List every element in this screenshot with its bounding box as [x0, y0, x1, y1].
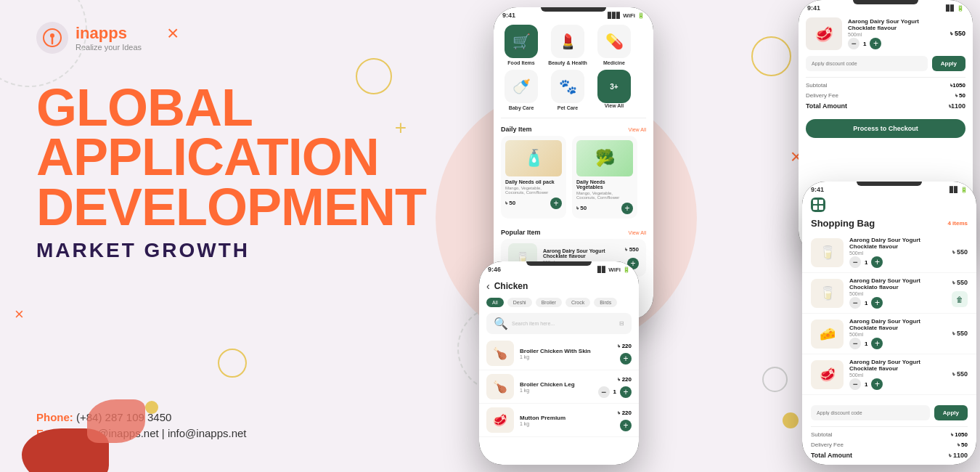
bag-item-3[interactable]: 🧀 Aarong Dairy Sour Yogurt Chocklate fla…: [802, 314, 976, 354]
divider-1: [501, 118, 646, 118]
daily-item-2[interactable]: 🥦 Daily Needs Vegetables Mango, Vegetabl…: [572, 136, 637, 219]
chicken-info-3: Mutton Premium 1 kg: [520, 415, 612, 426]
delivery-value-top: ৳ 50: [955, 92, 965, 99]
cat-view-all[interactable]: 3+ View All: [594, 70, 634, 110]
search-bar[interactable]: 🔍 Search item here... ⊟: [486, 313, 632, 334]
tab-broiler[interactable]: Broiler: [536, 298, 562, 307]
daily-items-row: 🧴 Daily Needs oil pack Mango, Vegetable,…: [494, 136, 653, 224]
delivery-row-top: Delivery Fee ৳ 50: [806, 92, 965, 99]
tab-deshi[interactable]: Deshi: [507, 298, 532, 307]
daily-view-all[interactable]: View All: [629, 127, 646, 132]
discount-input-top[interactable]: [806, 56, 928, 71]
headline-line3: DEVELOPMENT: [36, 182, 414, 232]
chicken-item-2[interactable]: 🍗 Broiler Chicken Leg 1 kg ৳ 220 − 1 +: [479, 370, 639, 404]
chicken-page-title: Chicken: [494, 281, 528, 291]
chicken-item-1[interactable]: 🍗 Broiler Chicken With Skin 1 kg ৳ 220 +: [479, 337, 639, 370]
food-icon: 🛒: [505, 25, 538, 58]
apply-button-top[interactable]: Apply: [932, 56, 965, 71]
chicken-item-3[interactable]: 🥩 Mutton Premium 1 kg ৳ 220 +: [479, 404, 639, 437]
item1-add-btn[interactable]: +: [550, 198, 562, 209]
bag-minus-4[interactable]: −: [849, 378, 861, 390]
chicken-add-1[interactable]: +: [620, 353, 632, 365]
qty-plus-1[interactable]: +: [870, 38, 881, 49]
apply-button-bag[interactable]: Apply: [934, 405, 968, 420]
chicken-weight-3: 1 kg: [520, 421, 612, 426]
bag-plus-3[interactable]: +: [871, 338, 883, 349]
phone-value: (+84) 287 109 3450: [76, 411, 171, 423]
headline-subheading: MARKET GROWTH: [36, 239, 414, 262]
cat-baby[interactable]: 🍼 Baby Care: [501, 70, 542, 110]
headline-line1: GLOBAL: [36, 83, 414, 132]
cat-beauty[interactable]: 💄 Beauty & Health: [547, 25, 588, 65]
bag-info-2: Aarong Dairy Sour Yogurt Chocklato flavo…: [849, 277, 946, 309]
cat-food-items[interactable]: 🛒 Food Items: [501, 25, 542, 65]
qty-minus-1[interactable]: −: [848, 38, 859, 49]
delete-btn-2[interactable]: 🗑: [952, 291, 968, 307]
headline: GLOBAL APPLICATION DEVELOPMENT MARKET GR…: [36, 83, 414, 262]
bag-sub-1: 500ml: [849, 251, 947, 256]
cat-pet[interactable]: 🐾 Pet Care: [547, 70, 588, 110]
delivery-row-bag: Delivery Fee ৳ 50: [811, 442, 968, 449]
category-row-1: 🛒 Food Items 💄 Beauty & Health 💊 Medicin…: [494, 20, 653, 70]
bag-minus-3[interactable]: −: [849, 338, 861, 349]
daily-item-1[interactable]: 🧴 Daily Needs oil pack Mango, Vegetable,…: [501, 136, 566, 219]
tab-birds[interactable]: Birds: [594, 298, 617, 307]
chicken-price-2: ৳ 220: [618, 376, 632, 383]
chicken-minus-2[interactable]: −: [598, 386, 610, 398]
chicken-name-3: Mutton Premium: [520, 415, 612, 421]
back-button[interactable]: ‹: [486, 280, 490, 292]
bag-img-2: 🥛: [811, 279, 844, 308]
dot1: [813, 200, 817, 204]
battery-2: 🔋: [957, 5, 964, 12]
time-1: 9:41: [502, 12, 515, 19]
bag-item-2[interactable]: 🥛 Aarong Dairy Sour Yogurt Chocklato fla…: [802, 273, 976, 314]
pet-icon: 🐾: [551, 70, 584, 103]
popular-view-all[interactable]: View All: [629, 230, 646, 235]
app-logo-bag: [802, 195, 976, 212]
tab-crock[interactable]: Crock: [565, 298, 590, 307]
veg-image: 🥦: [576, 140, 633, 176]
total-row-bag: Total Amount ৳ 1100: [811, 452, 968, 460]
bag-plus-2[interactable]: +: [871, 297, 883, 309]
medicine-label: Medicine: [603, 60, 625, 65]
delivery-value-bag: ৳ 50: [957, 442, 968, 449]
chicken-qty-2: 1: [613, 388, 616, 395]
contact-info: Phone: (+84) 287 109 3450 Email: sales@i…: [36, 411, 414, 450]
subtotal-label-top: Subtotal: [806, 82, 827, 89]
bag-sub-3: 500ml: [849, 332, 947, 337]
bag-minus-2[interactable]: −: [849, 297, 861, 309]
process-checkout-btn[interactable]: Process to Checkout: [806, 119, 965, 138]
bag-item-1[interactable]: 🥛 Aarong Dairy Sour Yogurt Chocklate fla…: [802, 232, 976, 273]
discount-row-bag: Apply: [811, 405, 968, 420]
status-icons-3: ▊▊ WiFi 🔋: [597, 266, 630, 273]
food-label: Food Items: [507, 60, 534, 65]
view-all-icon: 3+: [597, 70, 631, 103]
item2-add-btn[interactable]: +: [621, 203, 633, 214]
tab-all[interactable]: All: [486, 298, 504, 307]
battery-icon: 🔋: [637, 12, 645, 19]
bag-qty-1: 1: [865, 259, 867, 266]
discount-input-bag[interactable]: [811, 405, 930, 420]
chicken-plus-2[interactable]: +: [620, 386, 632, 398]
phone-chicken: 9:46 ▊▊ WiFi 🔋 ‹ Chicken All Deshi Broil…: [479, 261, 639, 465]
checkout-name-1: Aarong Dairy Sour Yogurt Chocklate flavo…: [848, 18, 944, 31]
chicken-add-3[interactable]: +: [620, 420, 632, 431]
cat-medicine[interactable]: 💊 Medicine: [594, 25, 634, 65]
subtotal-row-top: Subtotal ৳1050: [806, 82, 965, 89]
popular-title: Popular Item: [501, 229, 541, 236]
item1-name: Daily Needs oil pack: [505, 179, 562, 184]
bag-item-4[interactable]: 🥩 Aarong Dairy Sour Yogurt Chocklate fla…: [802, 354, 976, 395]
time-4: 9:41: [811, 186, 824, 193]
bag-minus-1[interactable]: −: [849, 256, 861, 268]
chicken-right-1: ৳ 220 +: [618, 343, 632, 365]
bag-plus-1[interactable]: +: [871, 256, 883, 268]
signal-4: ▊▊: [950, 187, 958, 193]
bag-plus-4[interactable]: +: [871, 378, 883, 390]
item2-price-row: ৳ 50 +: [576, 203, 633, 214]
popular-section-header: Popular Item View All: [494, 224, 653, 239]
bag-price-2: ৳ 550: [952, 279, 968, 287]
qty-ctrl-bag-1: − 1 +: [849, 256, 947, 268]
bag-img-4: 🥩: [811, 360, 844, 389]
qty-ctrl-1: − 1 +: [848, 38, 944, 49]
chicken-img-2: 🍗: [486, 374, 514, 399]
